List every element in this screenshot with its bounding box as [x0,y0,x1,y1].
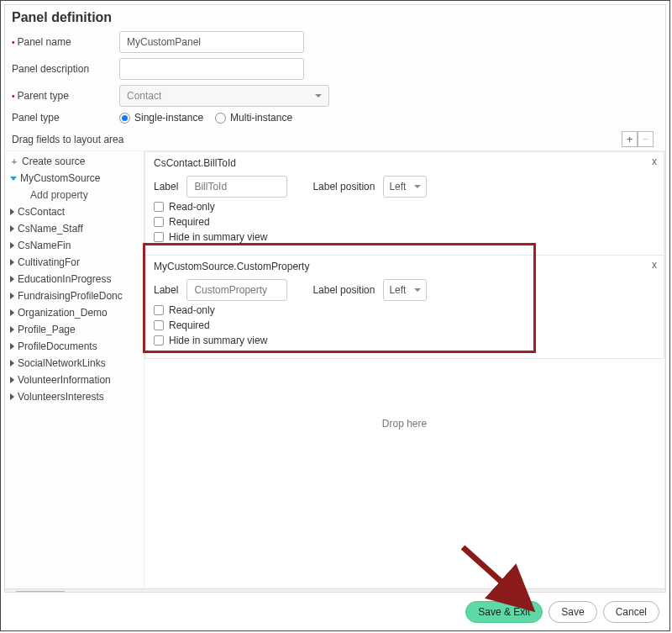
save-exit-button[interactable]: Save & Exit [465,601,543,623]
readonly-checkbox[interactable]: Read-only [154,304,655,316]
tree-item[interactable]: Organization_Demo [5,304,144,321]
tree-item[interactable]: VolunteerInformation [5,372,144,388]
caret-right-icon [10,208,14,215]
scroll-right-icon[interactable]: ► [654,589,665,593]
tree-item-mycustomsource[interactable]: MyCustomSource [5,170,144,187]
add-column-button[interactable]: + [622,131,638,147]
required-checkbox[interactable]: Required [154,216,655,228]
drag-fields-label: Drag fields to layout area [12,134,123,145]
chevron-down-icon [315,94,322,98]
scroll-left-icon[interactable]: ◄ [5,589,17,593]
label-caption: Label [154,181,178,193]
create-source-button[interactable]: + Create source [5,153,144,170]
source-tree: + Create source MyCustomSource Add prope… [5,151,144,592]
horizontal-scrollbar[interactable]: ◄ ► [5,588,665,593]
drop-here-zone[interactable]: Drop here [144,359,664,530]
field-card[interactable]: x CsContact.BillToId Label Label positio… [144,151,664,256]
panel-description-label: Panel description [12,63,119,75]
save-button[interactable]: Save [549,601,596,623]
caret-right-icon [10,242,14,249]
hide-summary-checkbox[interactable]: Hide in summary view [154,231,655,243]
caret-right-icon [10,360,14,367]
tree-item[interactable]: Profile_Page [5,321,144,338]
field-title: CsContact.BillToId [154,157,655,173]
readonly-checkbox[interactable]: Read-only [154,201,655,213]
caret-right-icon [10,225,14,232]
field-label-input[interactable] [186,176,287,198]
parent-type-select[interactable]: Contact [119,85,329,107]
remove-column-button[interactable]: − [638,131,654,147]
tree-item[interactable]: FundraisingProfileDonc [5,287,144,304]
tree-item[interactable]: VolunteersInterests [5,388,144,405]
panel-description-input[interactable] [119,58,304,80]
caret-right-icon [10,259,14,266]
field-card[interactable]: x MyCustomSource.CustomProperty Label La… [144,255,664,359]
caret-right-icon [10,343,14,350]
radio-multi-label: Multi-instance [230,112,292,124]
caret-right-icon [10,326,14,333]
panel-type-label: Panel type [12,112,119,124]
tree-item[interactable]: ProfileDocuments [5,338,144,355]
remove-field-button[interactable]: x [652,259,657,271]
required-checkbox[interactable]: Required [154,319,655,331]
hide-summary-checkbox[interactable]: Hide in summary view [154,335,655,346]
parent-type-label: Parent type [12,90,119,102]
chevron-down-icon [414,185,421,188]
caret-down-icon [10,177,17,181]
label-position-caption: Label position [312,284,375,296]
panel-name-input[interactable] [119,31,304,53]
plus-icon: + [10,157,18,166]
tree-item[interactable]: CsNameFin [5,237,144,254]
label-caption: Label [154,284,178,296]
label-position-select[interactable]: Left [383,279,427,301]
tree-item[interactable]: EducationInProgress [5,271,144,287]
tree-item[interactable]: CultivatingFor [5,254,144,271]
cancel-button[interactable]: Cancel [603,601,659,623]
field-title: MyCustomSource.CustomProperty [154,261,655,277]
tree-item[interactable]: SocialNetworkLinks [5,355,144,372]
caret-right-icon [10,377,14,383]
add-property-button[interactable]: Add property [5,187,144,203]
caret-right-icon [10,309,14,316]
caret-right-icon [10,393,14,400]
caret-right-icon [10,276,14,282]
radio-single-label: Single-instance [134,112,203,124]
field-label-input[interactable] [186,279,287,301]
radio-single-instance[interactable]: Single-instance [119,112,203,124]
layout-area[interactable]: x CsContact.BillToId Label Label positio… [144,151,665,592]
parent-type-value: Contact [127,90,161,102]
label-position-select[interactable]: Left [383,176,427,198]
tree-item[interactable]: CsName_Staff [5,220,144,237]
page-title: Panel definition [5,5,665,29]
scrollbar-thumb[interactable] [15,591,66,593]
remove-field-button[interactable]: x [652,156,657,167]
panel-name-label: Panel name [12,36,119,48]
radio-multi-instance[interactable]: Multi-instance [215,112,292,124]
tree-item[interactable]: CsContact [5,203,144,220]
caret-right-icon [10,293,14,299]
chevron-down-icon [414,288,421,292]
label-position-caption: Label position [312,181,375,193]
